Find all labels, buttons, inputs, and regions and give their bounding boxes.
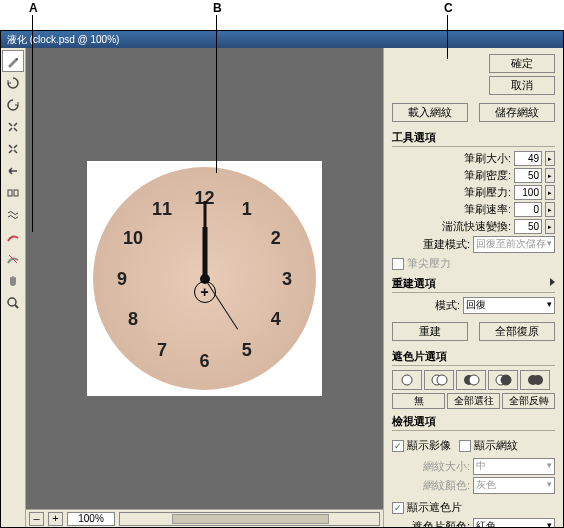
horizontal-scrollbar[interactable] — [119, 512, 380, 526]
zoom-in-button[interactable]: + — [48, 512, 63, 526]
mesh-size-select: 中 — [473, 458, 555, 475]
twirl-ccw-tool[interactable] — [2, 94, 24, 116]
mask-invert-button[interactable]: 全部反轉 — [502, 393, 555, 409]
ok-button[interactable]: 確定 — [489, 54, 555, 73]
brush-pressure-input[interactable] — [514, 185, 542, 200]
turbulence-spinner[interactable]: ▸ — [545, 219, 555, 234]
show-mask-check[interactable]: ✓ — [392, 502, 404, 514]
load-mesh-button[interactable]: 載入網紋 — [392, 103, 468, 122]
canvas-view[interactable]: 12 1 2 3 4 5 6 7 8 9 10 11 — [26, 48, 383, 509]
zoom-out-button[interactable]: – — [29, 512, 44, 526]
clock-face: 12 1 2 3 4 5 6 7 8 9 10 11 — [93, 167, 316, 390]
tool-toolbar — [1, 48, 26, 527]
rebuild-options-group: 重建選項 — [392, 276, 555, 293]
tool-options-group: 工具選項 — [392, 130, 555, 147]
push-left-tool[interactable] — [2, 160, 24, 182]
svg-point-14 — [533, 375, 543, 385]
callout-c: C — [444, 1, 453, 15]
mask-subtract-icon[interactable] — [456, 370, 486, 390]
callout-c-line — [447, 15, 448, 59]
mask-none-button[interactable]: 無 — [392, 393, 445, 409]
cancel-button[interactable]: 取消 — [489, 76, 555, 95]
brush-cursor: + — [194, 281, 216, 303]
restore-all-button[interactable]: 全部復原 — [479, 322, 555, 341]
brush-density-spinner[interactable]: ▸ — [545, 168, 555, 183]
mask-all-button[interactable]: 全部選往 — [447, 393, 500, 409]
callout-a: A — [29, 1, 38, 15]
svg-point-10 — [469, 375, 479, 385]
stylus-check — [392, 258, 404, 270]
minute-hand — [203, 201, 206, 279]
save-mesh-button[interactable]: 儲存網紋 — [479, 103, 555, 122]
svg-rect-2 — [14, 190, 18, 196]
svg-point-8 — [437, 375, 447, 385]
svg-line-5 — [15, 305, 18, 308]
callout-b-line — [216, 15, 217, 173]
brush-size-spinner[interactable]: ▸ — [545, 151, 555, 166]
brush-pressure-spinner[interactable]: ▸ — [545, 185, 555, 200]
expand-icon[interactable] — [550, 278, 555, 286]
zoom-value[interactable]: 100% — [67, 512, 115, 526]
turbulence-tool[interactable] — [2, 204, 24, 226]
brush-rate-input[interactable] — [514, 202, 542, 217]
zoom-bar: – + 100% — [26, 509, 383, 527]
pucker-tool[interactable] — [2, 116, 24, 138]
mesh-color-select: 灰色 — [473, 477, 555, 494]
rebuild-button[interactable]: 重建 — [392, 322, 468, 341]
brush-rate-spinner[interactable]: ▸ — [545, 202, 555, 217]
turbulence-input[interactable] — [514, 219, 542, 234]
rebuild-select[interactable]: 回復 — [463, 297, 555, 314]
title-bar: 液化 (clock.psd @ 100%) — [1, 31, 563, 48]
view-options-group: 檢視選項 — [392, 414, 555, 431]
svg-point-0 — [16, 58, 18, 60]
svg-point-4 — [8, 298, 16, 306]
mask-add-icon[interactable] — [424, 370, 454, 390]
liquify-dialog: 液化 (clock.psd @ 100%) 12 1 2 — [0, 30, 564, 528]
mask-replace-icon[interactable] — [392, 370, 422, 390]
brush-density-input[interactable] — [514, 168, 542, 183]
svg-rect-1 — [8, 190, 12, 196]
mask-color-select[interactable]: 紅色 — [473, 518, 555, 527]
show-mesh-check[interactable] — [459, 440, 471, 452]
svg-point-12 — [501, 375, 511, 385]
mask-intersect-icon[interactable] — [488, 370, 518, 390]
options-panel: 確定 取消 載入網紋 儲存網紋 工具選項 筆刷大小:▸ 筆刷密度:▸ 筆刷壓力:… — [383, 48, 563, 527]
bloat-tool[interactable] — [2, 138, 24, 160]
zoom-tool[interactable] — [2, 292, 24, 314]
mask-invert-icon[interactable] — [520, 370, 550, 390]
mirror-tool[interactable] — [2, 182, 24, 204]
svg-point-6 — [402, 375, 412, 385]
preview-image: 12 1 2 3 4 5 6 7 8 9 10 11 — [87, 161, 322, 396]
rebuild-mode-select: 回復至前次儲存 — [473, 236, 555, 253]
callout-b: B — [213, 1, 222, 15]
thaw-tool[interactable] — [2, 248, 24, 270]
mask-options-group: 遮色片選項 — [392, 349, 555, 366]
warp-tool[interactable] — [2, 50, 24, 72]
twirl-cw-tool[interactable] — [2, 72, 24, 94]
show-image-check[interactable]: ✓ — [392, 440, 404, 452]
canvas-area: 12 1 2 3 4 5 6 7 8 9 10 11 — [26, 48, 383, 527]
brush-size-input[interactable] — [514, 151, 542, 166]
freeze-tool[interactable] — [2, 226, 24, 248]
callout-a-line — [32, 15, 33, 232]
hand-tool[interactable] — [2, 270, 24, 292]
